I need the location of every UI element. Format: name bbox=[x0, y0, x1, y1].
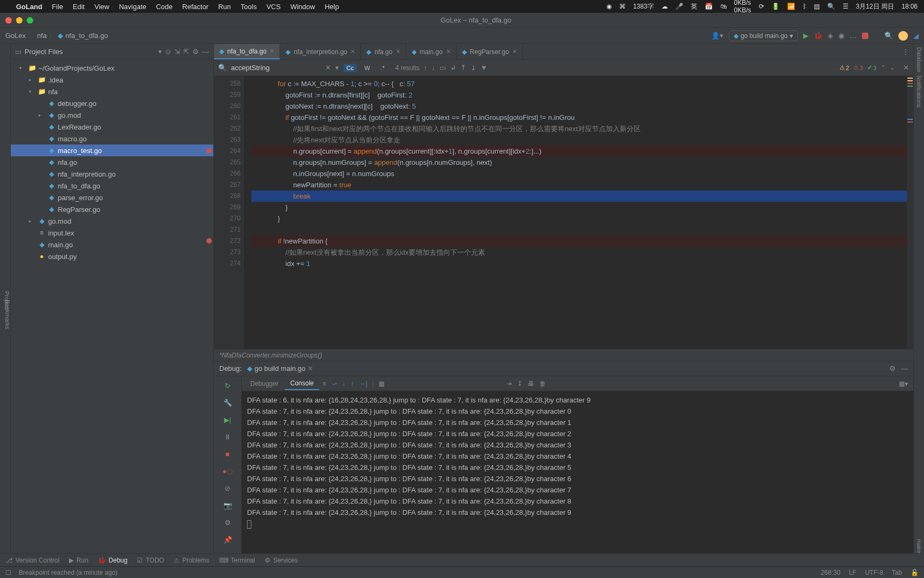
indent-setting[interactable]: Tab bbox=[892, 569, 902, 576]
run-config-selector[interactable]: ◆ go build main.go ▾ bbox=[729, 31, 798, 41]
error-stripe[interactable] bbox=[907, 76, 913, 349]
battery-icon[interactable]: 🔋 bbox=[772, 3, 780, 10]
filter-icon[interactable]: ▼ bbox=[481, 64, 488, 72]
line-separator[interactable]: LF bbox=[849, 569, 857, 576]
tree-row[interactable]: ◆LexReader.go bbox=[11, 121, 213, 133]
camera-button[interactable]: 📷 bbox=[220, 499, 235, 511]
sync-icon[interactable]: ⟳ bbox=[759, 3, 764, 10]
breadcrumb[interactable]: GoLex 〉 nfa 〉 ◆ nfa_to_dfa.go bbox=[5, 31, 108, 41]
layout-icon[interactable]: ▦▾ bbox=[897, 380, 910, 387]
tree-row[interactable]: ●output.py bbox=[11, 250, 213, 262]
evaluate-icon[interactable]: ▦ bbox=[376, 380, 387, 387]
editor-tab[interactable]: ◆nfa_interpretion.go✕ bbox=[280, 44, 361, 59]
menu-navigate[interactable]: Navigate bbox=[119, 3, 146, 11]
menu-view[interactable]: View bbox=[94, 3, 109, 11]
project-view-title[interactable]: Project Files bbox=[25, 48, 155, 56]
expand-all-icon[interactable]: ⇲ bbox=[174, 48, 180, 56]
mic-icon[interactable]: 🎤 bbox=[675, 3, 683, 10]
tree-row[interactable]: ≡input.lex bbox=[11, 227, 213, 239]
crumb-0[interactable]: GoLex bbox=[5, 32, 26, 40]
tree-row[interactable]: ◆nfa.go bbox=[11, 156, 213, 168]
menu-help[interactable]: Help bbox=[325, 3, 339, 11]
bag-icon[interactable]: 🛍 bbox=[720, 3, 727, 10]
ime-icon[interactable]: 英 bbox=[691, 2, 697, 11]
tree-row[interactable]: ◆nfa_interpretion.go bbox=[11, 168, 213, 180]
crumb-1[interactable]: nfa bbox=[37, 32, 47, 40]
cmd-icon[interactable]: ⌘ bbox=[619, 3, 626, 10]
file-encoding[interactable]: UTF-8 bbox=[865, 569, 883, 576]
remove-selection-button[interactable]: ⤓ bbox=[471, 64, 476, 72]
menu-edit[interactable]: Edit bbox=[73, 3, 84, 11]
minimize-window-button[interactable] bbox=[16, 17, 22, 24]
toolwindow-version-control[interactable]: ⎇Version Control bbox=[5, 557, 59, 564]
new-line-button[interactable]: ↲ bbox=[450, 64, 456, 72]
step-into-icon[interactable]: ↓ bbox=[340, 380, 348, 387]
tabs-more-icon[interactable]: ⋮ bbox=[898, 44, 913, 59]
tree-row[interactable]: ▾📁~/GolandProjects/GoLex bbox=[11, 62, 213, 74]
maximize-window-button[interactable] bbox=[27, 17, 33, 24]
breakpoint-icon[interactable] bbox=[206, 148, 212, 154]
editor-tab[interactable]: ◆nfa_to_dfa.go✕ bbox=[214, 44, 280, 59]
step-over-icon[interactable]: ⤻ bbox=[329, 380, 339, 387]
menu-file[interactable]: File bbox=[52, 3, 63, 11]
menu-vcs[interactable]: VCS bbox=[266, 3, 281, 11]
run-to-cursor-icon[interactable]: →| bbox=[357, 380, 369, 387]
wifi-icon[interactable]: 📶 bbox=[787, 3, 795, 10]
close-window-button[interactable] bbox=[5, 17, 12, 24]
search-icon[interactable]: 🔍 bbox=[827, 3, 835, 10]
prev-match-button[interactable]: ↑ bbox=[424, 64, 428, 72]
run-button[interactable]: ▶ bbox=[803, 32, 808, 40]
profile-button[interactable]: ◉ bbox=[838, 32, 844, 40]
next-match-button[interactable]: ↓ bbox=[432, 64, 435, 72]
bookmarks-tool-button[interactable]: Bookmarks bbox=[4, 300, 11, 329]
menu-code[interactable]: Code bbox=[156, 3, 173, 11]
show-exec-point-icon[interactable]: ≡ bbox=[320, 380, 328, 387]
close-find-icon[interactable]: ✕ bbox=[903, 64, 909, 72]
caret-position[interactable]: 268:30 bbox=[821, 569, 841, 576]
project-tree[interactable]: ▾📁~/GolandProjects/GoLex▸📁.idea▾📁nfa◆deb… bbox=[11, 60, 213, 553]
resume-button[interactable]: ▶| bbox=[220, 414, 235, 425]
attach-button[interactable]: … bbox=[850, 32, 857, 40]
chevron-down-icon[interactable]: ▾ bbox=[158, 48, 162, 56]
regex-toggle[interactable]: .* bbox=[378, 64, 388, 72]
add-selection-button[interactable]: ⤒ bbox=[460, 64, 466, 72]
close-tab-icon[interactable]: ✕ bbox=[350, 48, 355, 55]
tree-row[interactable]: ▾📁nfa bbox=[11, 86, 213, 97]
make-tool-button[interactable]: make bbox=[916, 539, 922, 553]
select-all-button[interactable]: ▭ bbox=[440, 64, 446, 72]
menu-window[interactable]: Window bbox=[290, 3, 315, 11]
breakpoint-icon[interactable] bbox=[206, 238, 212, 244]
menu-refactor[interactable]: Refactor bbox=[182, 3, 209, 11]
toolwindow-services[interactable]: ⚙Services bbox=[265, 557, 298, 564]
menu-run[interactable]: Run bbox=[218, 3, 231, 11]
tree-row[interactable]: ▸◆go.mod bbox=[11, 109, 213, 121]
editor-tab[interactable]: ◆RegParser.go✕ bbox=[457, 44, 523, 59]
tree-row[interactable]: ◆macro.go bbox=[11, 133, 213, 144]
jetbrains-toolbox-icon[interactable]: ◢ bbox=[913, 32, 919, 40]
tree-row[interactable]: ◆macro_test.go bbox=[11, 144, 213, 156]
settings-icon[interactable]: ⚙ bbox=[889, 364, 896, 372]
rec-icon[interactable]: ◉ bbox=[606, 3, 612, 10]
scroll-to-end-icon[interactable]: ↧ bbox=[515, 380, 525, 387]
notifications-tool-button[interactable]: Notifications bbox=[916, 75, 922, 108]
search-everywhere-icon[interactable]: 🔍 bbox=[884, 32, 893, 40]
hide-panel-icon[interactable]: — bbox=[901, 364, 908, 372]
close-tab-icon[interactable]: ✕ bbox=[307, 364, 313, 372]
hide-panel-icon[interactable]: — bbox=[202, 48, 209, 56]
bt-icon[interactable]: ᛒ bbox=[803, 3, 806, 10]
view-breakpoints-button[interactable]: ●◌ bbox=[220, 465, 235, 477]
code-content[interactable]: for c := MAX_CHARS - 1; c >= 0; c-- { c:… bbox=[251, 76, 907, 349]
close-tab-icon[interactable]: ✕ bbox=[446, 48, 451, 55]
box-icon[interactable]: ▤ bbox=[814, 3, 820, 10]
tree-row[interactable]: ◆parse_error.go bbox=[11, 192, 213, 203]
editor-tab[interactable]: ◆nfa.go✕ bbox=[361, 44, 406, 59]
tree-row[interactable]: ◆debugger.go bbox=[11, 97, 213, 109]
tab-debugger[interactable]: Debugger bbox=[245, 378, 284, 390]
clear-find-icon[interactable]: ✕ bbox=[325, 64, 331, 72]
toolwindow-terminal[interactable]: ⌨Terminal bbox=[219, 557, 255, 564]
toolwindow-problems[interactable]: ⚠Problems bbox=[174, 557, 210, 564]
tab-console[interactable]: Console bbox=[285, 377, 319, 390]
debug-config[interactable]: ◆ go build main.go ✕ bbox=[247, 364, 313, 372]
console-output[interactable]: DFA state : 6, it is nfa are: {16,28,24,… bbox=[242, 391, 913, 553]
toolwindow-debug[interactable]: 🐞Debug bbox=[98, 557, 127, 564]
